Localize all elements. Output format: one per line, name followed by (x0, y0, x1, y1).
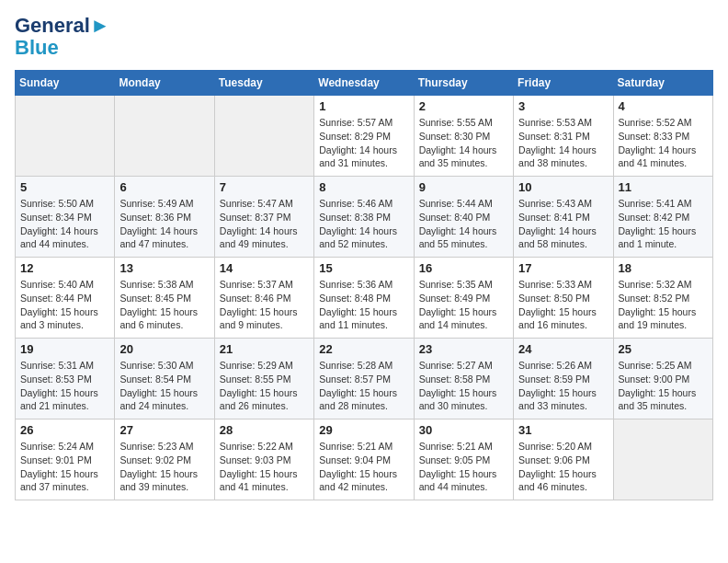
calendar-cell: 6Sunrise: 5:49 AM Sunset: 8:36 PM Daylig… (115, 177, 214, 258)
day-info: Sunrise: 5:22 AM Sunset: 9:03 PM Dayligh… (220, 440, 309, 494)
calendar-cell (613, 419, 712, 500)
day-info: Sunrise: 5:27 AM Sunset: 8:58 PM Dayligh… (419, 359, 508, 413)
calendar-cell: 23Sunrise: 5:27 AM Sunset: 8:58 PM Dayli… (414, 339, 513, 419)
day-info: Sunrise: 5:38 AM Sunset: 8:45 PM Dayligh… (119, 278, 209, 332)
calendar-cell: 16Sunrise: 5:35 AM Sunset: 8:49 PM Dayli… (414, 258, 513, 339)
day-info: Sunrise: 5:33 AM Sunset: 8:50 PM Dayligh… (518, 278, 608, 332)
day-info: Sunrise: 5:53 AM Sunset: 8:31 PM Dayligh… (518, 116, 608, 170)
day-number: 10 (518, 180, 608, 194)
day-number: 19 (20, 342, 109, 356)
logo: General►Blue (15, 15, 110, 59)
day-number: 13 (119, 261, 209, 275)
calendar-cell (16, 96, 115, 177)
calendar-cell: 10Sunrise: 5:43 AM Sunset: 8:41 PM Dayli… (514, 177, 613, 258)
day-info: Sunrise: 5:40 AM Sunset: 8:44 PM Dayligh… (20, 278, 109, 332)
page-header: General►Blue (15, 15, 713, 59)
day-info: Sunrise: 5:47 AM Sunset: 8:37 PM Dayligh… (220, 197, 309, 251)
calendar-week-row: 12Sunrise: 5:40 AM Sunset: 8:44 PM Dayli… (16, 258, 713, 339)
day-number: 6 (119, 180, 209, 194)
calendar-cell: 25Sunrise: 5:25 AM Sunset: 9:00 PM Dayli… (613, 339, 712, 419)
calendar-cell (214, 96, 313, 177)
calendar-cell: 24Sunrise: 5:26 AM Sunset: 8:59 PM Dayli… (514, 339, 613, 419)
calendar-week-row: 26Sunrise: 5:24 AM Sunset: 9:01 PM Dayli… (16, 419, 713, 500)
calendar-cell: 27Sunrise: 5:23 AM Sunset: 9:02 PM Dayli… (115, 419, 214, 500)
weekday-header: Tuesday (214, 71, 313, 96)
day-info: Sunrise: 5:50 AM Sunset: 8:34 PM Dayligh… (20, 197, 109, 251)
day-info: Sunrise: 5:32 AM Sunset: 8:52 PM Dayligh… (619, 278, 708, 332)
weekday-header: Wednesday (314, 71, 414, 96)
day-number: 30 (419, 423, 508, 437)
calendar-cell: 20Sunrise: 5:30 AM Sunset: 8:54 PM Dayli… (115, 339, 214, 419)
day-number: 8 (319, 180, 408, 194)
day-info: Sunrise: 5:43 AM Sunset: 8:41 PM Dayligh… (518, 197, 608, 251)
day-number: 3 (518, 99, 608, 113)
calendar-cell: 11Sunrise: 5:41 AM Sunset: 8:42 PM Dayli… (613, 177, 712, 258)
calendar-cell: 4Sunrise: 5:52 AM Sunset: 8:33 PM Daylig… (613, 96, 712, 177)
day-number: 27 (119, 423, 209, 437)
day-info: Sunrise: 5:46 AM Sunset: 8:38 PM Dayligh… (319, 197, 408, 251)
day-number: 22 (319, 342, 408, 356)
calendar-cell: 30Sunrise: 5:21 AM Sunset: 9:05 PM Dayli… (414, 419, 513, 500)
calendar-cell: 8Sunrise: 5:46 AM Sunset: 8:38 PM Daylig… (314, 177, 414, 258)
day-info: Sunrise: 5:44 AM Sunset: 8:40 PM Dayligh… (419, 197, 508, 251)
calendar-cell: 15Sunrise: 5:36 AM Sunset: 8:48 PM Dayli… (314, 258, 414, 339)
calendar-cell: 7Sunrise: 5:47 AM Sunset: 8:37 PM Daylig… (214, 177, 313, 258)
day-number: 26 (20, 423, 109, 437)
weekday-header: Friday (514, 71, 613, 96)
calendar-cell: 5Sunrise: 5:50 AM Sunset: 8:34 PM Daylig… (16, 177, 115, 258)
calendar-cell: 28Sunrise: 5:22 AM Sunset: 9:03 PM Dayli… (214, 419, 313, 500)
calendar-table: SundayMondayTuesdayWednesdayThursdayFrid… (15, 70, 713, 500)
day-info: Sunrise: 5:21 AM Sunset: 9:04 PM Dayligh… (319, 440, 408, 494)
calendar-cell: 18Sunrise: 5:32 AM Sunset: 8:52 PM Dayli… (613, 258, 712, 339)
day-info: Sunrise: 5:57 AM Sunset: 8:29 PM Dayligh… (319, 116, 408, 170)
weekday-header: Sunday (16, 71, 115, 96)
logo-text: General►Blue (15, 15, 110, 59)
calendar-cell: 12Sunrise: 5:40 AM Sunset: 8:44 PM Dayli… (16, 258, 115, 339)
day-number: 4 (619, 99, 708, 113)
calendar-cell: 14Sunrise: 5:37 AM Sunset: 8:46 PM Dayli… (214, 258, 313, 339)
weekday-header: Thursday (414, 71, 513, 96)
calendar-cell: 31Sunrise: 5:20 AM Sunset: 9:06 PM Dayli… (514, 419, 613, 500)
calendar-week-row: 5Sunrise: 5:50 AM Sunset: 8:34 PM Daylig… (16, 177, 713, 258)
calendar-cell: 17Sunrise: 5:33 AM Sunset: 8:50 PM Dayli… (514, 258, 613, 339)
calendar-cell: 9Sunrise: 5:44 AM Sunset: 8:40 PM Daylig… (414, 177, 513, 258)
day-number: 20 (119, 342, 209, 356)
day-number: 31 (518, 423, 608, 437)
day-number: 15 (319, 261, 408, 275)
day-info: Sunrise: 5:31 AM Sunset: 8:53 PM Dayligh… (20, 359, 109, 413)
calendar-cell: 22Sunrise: 5:28 AM Sunset: 8:57 PM Dayli… (314, 339, 414, 419)
day-number: 16 (419, 261, 508, 275)
calendar-cell (115, 96, 214, 177)
day-info: Sunrise: 5:20 AM Sunset: 9:06 PM Dayligh… (518, 440, 608, 494)
day-number: 5 (20, 180, 109, 194)
day-number: 2 (419, 99, 508, 113)
day-info: Sunrise: 5:26 AM Sunset: 8:59 PM Dayligh… (518, 359, 608, 413)
day-info: Sunrise: 5:29 AM Sunset: 8:55 PM Dayligh… (220, 359, 309, 413)
day-info: Sunrise: 5:24 AM Sunset: 9:01 PM Dayligh… (20, 440, 109, 494)
day-info: Sunrise: 5:28 AM Sunset: 8:57 PM Dayligh… (319, 359, 408, 413)
weekday-header: Monday (115, 71, 214, 96)
calendar-cell: 19Sunrise: 5:31 AM Sunset: 8:53 PM Dayli… (16, 339, 115, 419)
day-info: Sunrise: 5:21 AM Sunset: 9:05 PM Dayligh… (419, 440, 508, 494)
day-info: Sunrise: 5:23 AM Sunset: 9:02 PM Dayligh… (119, 440, 209, 494)
day-info: Sunrise: 5:25 AM Sunset: 9:00 PM Dayligh… (619, 359, 708, 413)
day-info: Sunrise: 5:49 AM Sunset: 8:36 PM Dayligh… (119, 197, 209, 251)
calendar-week-row: 1Sunrise: 5:57 AM Sunset: 8:29 PM Daylig… (16, 96, 713, 177)
day-number: 24 (518, 342, 608, 356)
day-number: 1 (319, 99, 408, 113)
day-info: Sunrise: 5:41 AM Sunset: 8:42 PM Dayligh… (619, 197, 708, 251)
calendar-cell: 1Sunrise: 5:57 AM Sunset: 8:29 PM Daylig… (314, 96, 414, 177)
weekday-header: Saturday (613, 71, 712, 96)
day-number: 12 (20, 261, 109, 275)
day-info: Sunrise: 5:35 AM Sunset: 8:49 PM Dayligh… (419, 278, 508, 332)
day-number: 18 (619, 261, 708, 275)
day-number: 21 (220, 342, 309, 356)
day-info: Sunrise: 5:30 AM Sunset: 8:54 PM Dayligh… (119, 359, 209, 413)
day-number: 9 (419, 180, 508, 194)
day-info: Sunrise: 5:52 AM Sunset: 8:33 PM Dayligh… (619, 116, 708, 170)
day-number: 7 (220, 180, 309, 194)
calendar-cell: 29Sunrise: 5:21 AM Sunset: 9:04 PM Dayli… (314, 419, 414, 500)
calendar-week-row: 19Sunrise: 5:31 AM Sunset: 8:53 PM Dayli… (16, 339, 713, 419)
day-number: 11 (619, 180, 708, 194)
day-number: 17 (518, 261, 608, 275)
